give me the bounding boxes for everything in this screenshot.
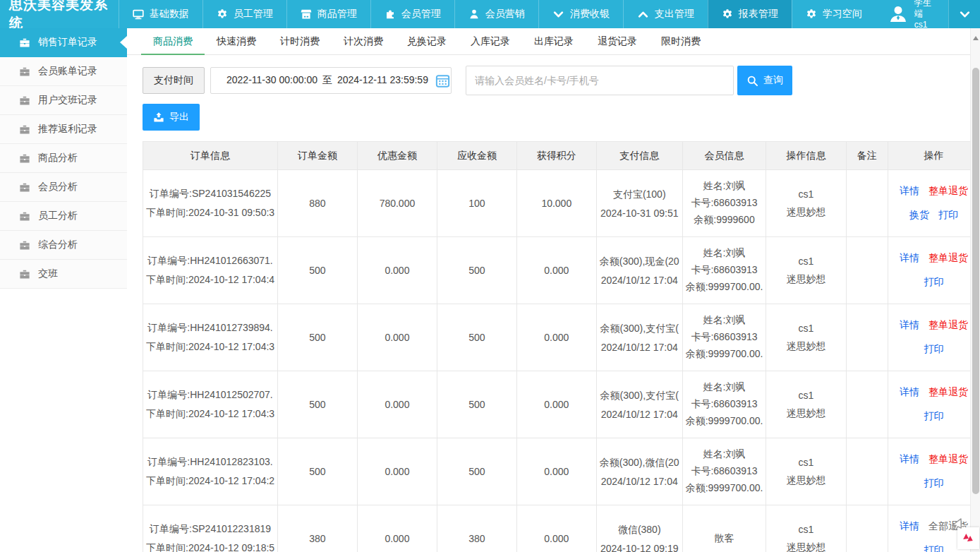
actions-cell: 详情整单退货打印	[888, 237, 979, 304]
column-header: 备注	[846, 142, 888, 170]
nav-item-2[interactable]: 员工管理	[202, 0, 286, 28]
nav-item-5[interactable]: 会员营销	[454, 0, 538, 28]
sidebar-item-9[interactable]: 交班	[0, 260, 127, 289]
sidebar-item-7[interactable]: 员工分析	[0, 202, 127, 231]
discount-amount-cell: 0.000	[357, 371, 437, 438]
orders-table: 订单信息订单金额优惠金额应收金额获得积分支付信息会员信息操作信息备注操作 订单编…	[143, 141, 980, 552]
action-red-link[interactable]: 整单退货	[928, 386, 968, 399]
payment-info-cell: 支付宝(100)2024-10-31 09:51	[596, 170, 682, 237]
tab-2[interactable]: 快速消费	[205, 28, 268, 54]
remark-cell	[846, 170, 888, 237]
action-blue-link[interactable]: 打印	[924, 477, 943, 490]
sidebar-item-label: 推荐返利记录	[38, 123, 97, 136]
nav-item-label: 学习空间	[823, 8, 862, 20]
order-amount-cell: 500	[278, 304, 358, 371]
member-search-input[interactable]	[466, 66, 733, 95]
table-row: 订单编号:HH241012823103.下单时间:2024-10-12 17:0…	[143, 438, 980, 505]
points-cell: 0.000	[516, 371, 596, 438]
tab-3[interactable]: 计时消费	[268, 28, 332, 54]
action-blue-link[interactable]: 打印	[924, 343, 943, 356]
tab-1[interactable]: 商品消费	[141, 28, 205, 54]
receivable-amount-cell: 100	[437, 170, 517, 237]
export-button[interactable]: 导出	[143, 104, 200, 131]
briefcase-icon	[19, 152, 30, 164]
remark-cell	[846, 438, 888, 505]
vertical-scrollbar[interactable]	[970, 28, 980, 552]
pay-time-filter-button[interactable]: 支付时间	[143, 67, 205, 94]
column-header: 订单金额	[278, 142, 358, 170]
action-blue-link[interactable]: 打印	[924, 276, 943, 289]
nav-item-4[interactable]: 会员管理	[370, 0, 454, 28]
action-blue-link[interactable]: 详情	[900, 185, 919, 198]
sidebar-item-label: 销售订单记录	[38, 36, 97, 49]
tab-7[interactable]: 出库记录	[522, 28, 586, 54]
action-blue-link[interactable]: 打印	[924, 410, 943, 423]
tab-bar: 商品消费快速消费计时消费计次消费兑换记录入库记录出库记录退货记录限时消费	[127, 28, 980, 55]
column-header: 应收金额	[437, 142, 517, 170]
user-info: 学生端 cs1	[914, 0, 936, 30]
query-button[interactable]: 查询	[737, 66, 792, 95]
nav-item-label: 基础数据	[150, 8, 189, 20]
nav-item-3[interactable]: 商品管理	[286, 0, 370, 28]
action-red-link[interactable]: 整单退货	[928, 252, 968, 265]
tab-5[interactable]: 兑换记录	[395, 28, 459, 54]
action-red-link[interactable]: 整单退货	[928, 185, 968, 198]
date-separator: 至	[322, 74, 332, 87]
order-amount-cell: 880	[278, 170, 358, 237]
action-blue-link[interactable]: 详情	[900, 319, 919, 332]
sidebar-item-1[interactable]: 销售订单记录	[0, 28, 127, 57]
sidebar-item-8[interactable]: 综合分析	[0, 231, 127, 260]
scrollbar-thumb[interactable]	[972, 68, 979, 494]
briefcase-icon	[19, 37, 30, 48]
nav-item-7[interactable]: 支出管理	[623, 0, 708, 28]
column-header: 订单信息	[143, 142, 278, 170]
action-blue-link[interactable]: 详情	[900, 453, 919, 466]
order-info-cell: 订单编号:HH241012502707.下单时间:2024-10-12 17:0…	[143, 371, 278, 438]
tab-6[interactable]: 入库记录	[459, 28, 522, 54]
action-blue-link[interactable]: 换货	[909, 209, 929, 222]
table-row: 订单编号:SP241012231819下单时间:2024-10-12 09:18…	[143, 505, 980, 552]
briefcase-icon	[19, 66, 30, 77]
nav-item-1[interactable]: 基础数据	[119, 0, 202, 28]
sidebar: 销售订单记录会员账单记录用户交班记录推荐返利记录商品分析会员分析员工分析综合分析…	[0, 28, 127, 552]
gear-icon	[722, 8, 733, 20]
sidebar-item-5[interactable]: 商品分析	[0, 144, 127, 173]
date-range-input[interactable]: 2022-11-30 00:00:00 至 2024-12-11 23:59:5…	[210, 67, 452, 94]
avatar-icon	[888, 4, 908, 24]
nav-item-8[interactable]: 报表管理	[708, 0, 792, 28]
nav-item-label: 会员营销	[485, 8, 525, 20]
payment-info-cell: 余额(300),支付宝(2024/10/12 17:04	[596, 371, 682, 438]
header-collapse-button[interactable]	[948, 0, 980, 28]
sidebar-item-2[interactable]: 会员账单记录	[0, 57, 127, 86]
member-info-cell: 散客	[682, 505, 766, 552]
column-header: 操作	[888, 142, 979, 170]
sidebar-item-6[interactable]: 会员分析	[0, 173, 127, 202]
scrollbar-up-arrow-icon[interactable]	[973, 33, 979, 40]
sidebar-item-4[interactable]: 推荐返利记录	[0, 115, 127, 144]
user-menu[interactable]: 学生端 cs1	[876, 0, 949, 28]
order-amount-cell: 500	[278, 371, 358, 438]
briefcase-icon	[19, 95, 30, 106]
action-blue-link[interactable]: 详情	[900, 252, 919, 265]
tab-9[interactable]: 限时消费	[649, 28, 713, 54]
action-blue-link[interactable]: 打印	[924, 544, 943, 552]
action-blue-link[interactable]: 打印	[938, 209, 958, 222]
tab-4[interactable]: 计次消费	[332, 28, 395, 54]
discount-amount-cell: 0.000	[357, 438, 437, 505]
action-red-link[interactable]: 整单退货	[928, 319, 968, 332]
tab-8[interactable]: 退货记录	[586, 28, 649, 54]
action-red-link[interactable]: 整单退货	[928, 453, 968, 466]
nav-item-9[interactable]: 学习空间	[792, 0, 876, 28]
points-cell: 10.000	[516, 170, 596, 237]
sidebar-item-label: 用户交班记录	[38, 94, 97, 107]
remark-cell	[846, 304, 888, 371]
action-blue-link[interactable]: 详情	[900, 520, 919, 533]
action-blue-link[interactable]: 详情	[900, 386, 919, 399]
actions-cell: 详情整单退货打印	[888, 371, 979, 438]
user-role: 学生端	[914, 0, 936, 20]
sidebar-item-3[interactable]: 用户交班记录	[0, 86, 127, 115]
column-header: 支付信息	[596, 142, 682, 170]
points-cell: 0.000	[516, 438, 596, 505]
sidebar-item-label: 员工分析	[38, 210, 78, 222]
nav-item-6[interactable]: 消费收银	[538, 0, 623, 28]
